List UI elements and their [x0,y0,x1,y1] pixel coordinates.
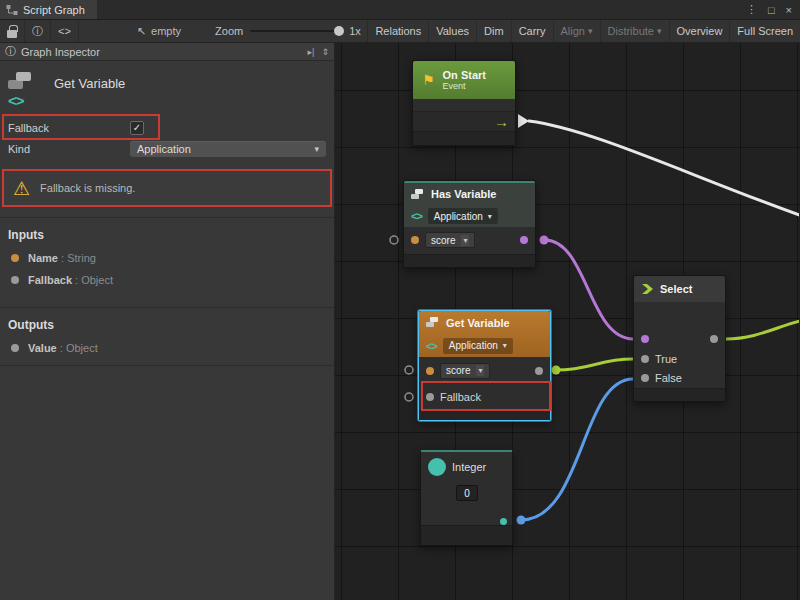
inspector-header: ⓘ Graph Inspector ▸| ⇕ [0,43,334,61]
flag-icon: ⚑ [422,73,435,87]
code-icon: <> [426,340,437,352]
node-on-start[interactable]: ⚑ On Start Event → [412,60,516,146]
node-title: Integer [452,461,486,473]
node-has-variable[interactable]: Has Variable <> Application score [403,180,536,268]
node-subtitle: Event [443,81,486,91]
code-toggle-button[interactable]: <> [51,20,79,42]
info-toggle-button[interactable]: ⓘ [25,20,51,42]
carry-button[interactable]: Carry [511,20,553,42]
name-input-port[interactable] [426,367,434,375]
inputs-section: Inputs Name : String Fallback : Object [0,217,334,297]
overview-button[interactable]: Overview [669,20,730,42]
relations-button[interactable]: Relations [367,20,428,42]
true-port-label: True [655,353,677,365]
warning-box: ⚠ Fallback is missing. [2,169,332,207]
value-output-port[interactable] [535,367,543,375]
true-input-port[interactable] [641,355,649,363]
node-title: Select [660,283,692,295]
info-icon: ⓘ [32,24,43,39]
distribute-dropdown-button[interactable]: Distribute [600,20,669,42]
name-input-port[interactable] [411,236,419,244]
zoom-label: Zoom [215,25,243,37]
full-screen-button[interactable]: Full Screen [729,20,800,42]
pointer-icon: ↖ [137,25,146,38]
inputs-header: Inputs [0,223,334,247]
menu-icon[interactable]: ⋮ [746,3,757,16]
kind-label: Kind [8,143,130,155]
variables-stack-icon [426,317,440,328]
integer-type-icon [428,458,446,476]
info-icon: ⓘ [5,44,16,59]
integer-value-field[interactable]: 0 [456,485,478,501]
variable-kind-dropdown[interactable]: Application [428,208,498,224]
false-port-label: False [655,372,682,384]
code-icon: <> [58,25,71,37]
zoom-value: 1x [349,25,361,37]
dock-icon[interactable]: ▸| [308,47,315,57]
script-graph-window: Script Graph ⋮ □ × ⓘ <> ↖ empty Zoom 1x … [0,0,800,600]
code-icon: <> [411,210,422,222]
graph-inspector-panel: ⓘ Graph Inspector ▸| ⇕ <> Get Variable F… [0,43,335,600]
lock-button[interactable] [0,20,25,42]
warning-text: Fallback is missing. [40,182,135,194]
code-icon: <> [8,93,44,108]
warning-icon: ⚠ [13,179,30,198]
variable-name-dropdown[interactable]: score [425,232,475,248]
condition-input-port[interactable] [641,335,649,343]
scroll-arrows-icon[interactable]: ⇕ [321,47,329,57]
fallback-label: Fallback [8,122,130,134]
flow-arrow-icon[interactable]: → [494,114,509,129]
node-title: On Start [443,69,486,81]
zoom-slider[interactable] [250,30,342,32]
variable-name-dropdown[interactable]: score [440,363,490,379]
object-port-icon [11,276,19,284]
kind-dropdown[interactable]: Application [130,141,326,157]
object-port-icon [11,344,19,352]
graph-toolbar: ⓘ <> ↖ empty Zoom 1x Relations Values Di… [0,20,800,43]
select-icon [641,283,654,295]
fallback-port-label: Fallback [440,391,481,403]
align-dropdown-button[interactable]: Align [553,20,600,42]
tab-script-graph[interactable]: Script Graph [0,0,97,19]
close-icon[interactable]: × [786,4,792,16]
selection-status: ↖ empty [137,25,181,38]
check-icon: ✓ [133,123,141,133]
kind-value: Application [137,143,191,155]
output-row-value: Value : Object [0,337,334,359]
node-get-variable[interactable]: Get Variable <> Application score Fallba… [418,310,551,421]
zoom-slider-thumb[interactable] [334,26,344,36]
node-title: Get Variable [446,317,510,329]
dim-button[interactable]: Dim [476,20,511,42]
fallback-input-port[interactable] [426,393,434,401]
false-input-port[interactable] [641,374,649,382]
input-row-name: Name : String [0,247,334,269]
values-button[interactable]: Values [428,20,476,42]
node-integer[interactable]: Integer 0 [420,450,513,546]
tab-label: Script Graph [23,4,85,16]
variables-stack-icon [8,71,34,91]
empty-label: empty [151,25,181,37]
inspector-title: Graph Inspector [21,46,100,58]
connection-wires [335,43,799,600]
variable-kind-dropdown[interactable]: Application [443,338,513,354]
kind-field-row: Kind Application [0,138,334,159]
selection-output-port[interactable] [710,335,718,343]
titlebar: Script Graph ⋮ □ × [0,0,800,20]
bool-output-port[interactable] [520,236,528,244]
graph-icon [6,4,18,16]
outputs-section: Outputs Value : Object [0,307,334,366]
outputs-header: Outputs [0,313,334,337]
unit-title-block: <> Get Variable [0,61,334,117]
unit-title: Get Variable [54,71,125,111]
maximize-icon[interactable]: □ [768,4,775,16]
integer-output-port[interactable] [500,518,507,525]
input-row-fallback: Fallback : Object [0,269,334,291]
node-title: Has Variable [431,188,496,200]
lock-icon [7,30,17,38]
graph-canvas[interactable]: ⚑ On Start Event → Has Variable [335,43,800,600]
flow-port-triangle [518,114,529,128]
fallback-field-row: Fallback ✓ [0,117,334,138]
fallback-checkbox[interactable]: ✓ [130,121,144,135]
variables-stack-icon [411,189,425,200]
node-select[interactable]: Select True False [633,275,726,402]
